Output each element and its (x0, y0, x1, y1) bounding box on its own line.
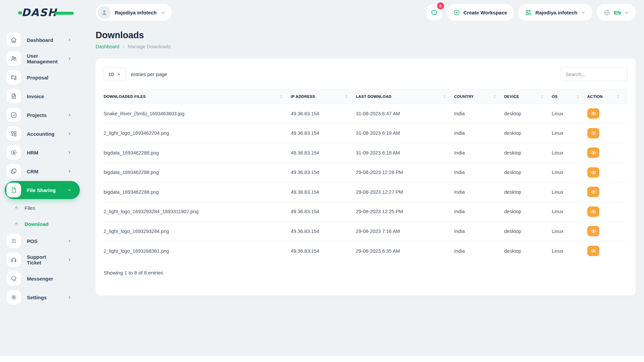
eye-icon (591, 228, 596, 234)
sidebar-item-label: Support Ticket (27, 254, 61, 265)
cell-ip: 49.36.83.154 (291, 170, 356, 175)
view-download-button[interactable] (587, 206, 599, 217)
create-workspace-button[interactable]: Create Workspace (446, 4, 514, 21)
view-download-button[interactable] (587, 246, 599, 256)
cell-country: India (454, 189, 504, 195)
logo-text: DASH (21, 6, 57, 18)
messages-button[interactable]: 0 (427, 5, 442, 20)
view-download-button[interactable] (587, 167, 599, 178)
workspace-name: Rajodiya infotech (115, 10, 157, 15)
cell-device: desktop (504, 229, 552, 234)
sidebar-item-proposal[interactable]: Proposal (5, 68, 80, 86)
cell-file: 2_light_logo_1693462204.png (104, 130, 291, 136)
sidebar-item-accounting[interactable]: Accounting (5, 125, 80, 143)
file-sharing-icon (6, 183, 21, 197)
sidebar-item-file-sharing[interactable]: File Sharing (5, 181, 80, 199)
sidebar-nav: DashboardUser ManagementProposalInvoiceP… (5, 31, 80, 306)
sidebar-item-pos[interactable]: POS (5, 232, 80, 250)
app-logo[interactable]: DASH (21, 6, 74, 18)
table-header-row: DOWNLOADED FILESIP ADDRESSLAST DOWNLOADC… (104, 89, 628, 104)
sidebar: DashboardUser ManagementProposalInvoiceP… (0, 25, 87, 307)
language-switcher[interactable]: EN (597, 4, 636, 21)
column-header-downloaded-files[interactable]: DOWNLOADED FILES (104, 95, 291, 99)
view-download-button[interactable] (587, 226, 599, 236)
page-size-select[interactable]: 10 (104, 67, 126, 81)
sidebar-item-user-management[interactable]: User Management (5, 50, 80, 68)
workspace-switcher[interactable]: Rajodiya infotech (96, 4, 172, 21)
cell-last-download: 31-08-2023 6:19 AM (356, 130, 454, 136)
column-header-ip-address[interactable]: IP ADDRESS (291, 95, 356, 99)
cell-os: Linux (552, 209, 587, 214)
cell-action (587, 147, 628, 158)
language-label: EN (614, 10, 621, 15)
cell-file: bigdata_1693462288.png (104, 189, 291, 195)
cell-action (587, 226, 628, 236)
table-row: 2_light_logo_1693462204.png49.36.83.1543… (104, 124, 628, 143)
sidebar-item-invoice[interactable]: Invoice (5, 87, 80, 105)
cell-country: India (454, 248, 504, 254)
cell-os: Linux (552, 111, 587, 116)
eye-icon (591, 209, 596, 215)
proposal-icon (6, 70, 21, 85)
sidebar-item-projects[interactable]: Projects (5, 106, 80, 124)
crm-icon (6, 164, 21, 179)
chevron-right-icon (67, 257, 72, 262)
view-download-button[interactable] (587, 128, 599, 138)
sidebar-subitem-download[interactable]: Download (5, 216, 80, 232)
column-header-label: DOWNLOADED FILES (104, 95, 146, 99)
cell-file: 2_light_logo_1693288381.png (104, 248, 291, 254)
chevron-right-icon (67, 56, 72, 61)
sidebar-item-dashboard[interactable]: Dashboard (5, 31, 80, 49)
view-download-button[interactable] (587, 108, 599, 119)
table-row: bigdata_1693462288.png49.36.83.15431-08-… (104, 143, 628, 163)
chevron-right-icon (67, 295, 72, 300)
cell-ip: 49.36.83.154 (291, 150, 356, 156)
cell-last-download: 29-08-2023 12:27 PM (356, 189, 454, 195)
sort-icon (345, 95, 348, 99)
invoice-icon (6, 89, 21, 104)
sidebar-item-label: File Sharing (27, 187, 56, 193)
view-download-button[interactable] (587, 147, 599, 158)
breadcrumb-dashboard-link[interactable]: Dashboard (96, 44, 119, 49)
search-input[interactable] (560, 67, 628, 81)
sidebar-item-label: Messenger (27, 276, 53, 282)
top-bar: DASH Rajodiya infotech 0 Create Workspac… (0, 0, 644, 25)
cell-file: 2_light_logo_1693293284.png (104, 229, 291, 234)
cell-os: Linux (552, 130, 587, 136)
cell-ip: 49.36.83.154 (291, 189, 356, 195)
cell-country: India (454, 170, 504, 175)
cell-country: India (454, 229, 504, 234)
cell-ip: 49.36.83.154 (291, 111, 356, 116)
sidebar-item-settings[interactable]: Settings (5, 288, 80, 306)
sidebar-item-hrm[interactable]: HRM (5, 143, 80, 162)
cell-ip: 49.36.83.154 (291, 130, 356, 136)
page-footer-strip (0, 356, 644, 362)
table-row: bigdata_1693462288.png49.36.83.15429-08-… (104, 182, 628, 202)
company-switcher[interactable]: Rajodiya infotech (518, 4, 592, 21)
cell-last-download: 29-08-2023 12:25 PM (356, 209, 454, 214)
sort-icon (443, 95, 446, 99)
sidebar-subitem-files[interactable]: Files (5, 200, 80, 216)
view-download-button[interactable] (587, 187, 599, 197)
sidebar-item-support-ticket[interactable]: Support Ticket (5, 251, 80, 269)
table-row: 2_light_logo_1693293284_1693311907.png49… (104, 202, 628, 222)
eye-icon (591, 170, 596, 175)
chevron-right-icon (67, 150, 72, 155)
cell-device: desktop (504, 170, 552, 175)
column-header-os[interactable]: OS (552, 95, 587, 99)
downloads-table: DOWNLOADED FILESIP ADDRESSLAST DOWNLOADC… (104, 89, 628, 261)
avatar (98, 6, 111, 19)
table-row: 2_light_logo_1693293284.png49.36.83.1542… (104, 222, 628, 241)
accounting-icon (6, 126, 21, 141)
chevron-down-icon (581, 10, 586, 15)
column-header-last-download[interactable]: LAST DOWNLOAD (356, 95, 454, 99)
sidebar-item-crm[interactable]: CRM (5, 162, 80, 180)
page-size-value: 10 (108, 71, 114, 77)
column-header-action[interactable]: ACTION (587, 95, 628, 99)
table-row: Snake_River_(5mb)_1693463603.jpg49.36.83… (104, 104, 628, 124)
column-header-label: IP ADDRESS (291, 95, 315, 99)
sidebar-item-label: Dashboard (27, 37, 53, 43)
column-header-device[interactable]: DEVICE (504, 95, 552, 99)
sidebar-item-messenger[interactable]: Messenger (5, 269, 80, 288)
column-header-country[interactable]: COUNTRY (454, 95, 504, 99)
